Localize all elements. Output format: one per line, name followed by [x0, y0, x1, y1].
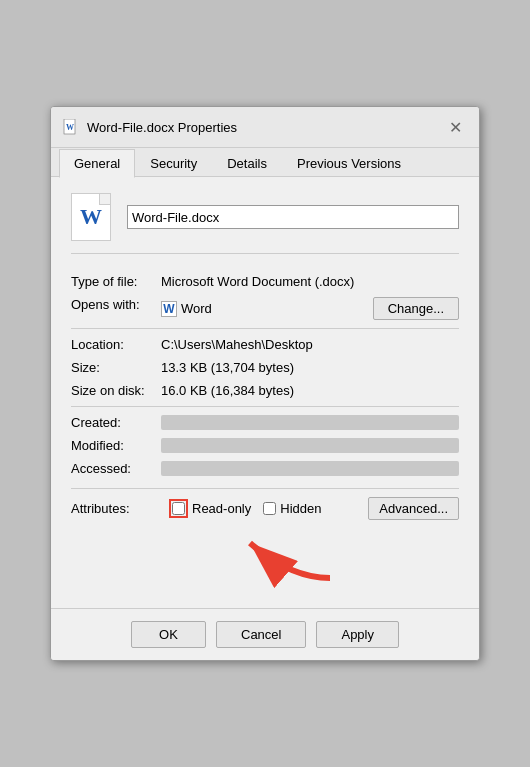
tab-general[interactable]: General	[59, 149, 135, 178]
location-row: Location: C:\Users\Mahesh\Desktop	[71, 328, 459, 356]
size-value: 13.3 KB (13,704 bytes)	[161, 360, 459, 375]
opens-with-row: Opens with: W Word Change...	[71, 293, 459, 324]
type-value: Microsoft Word Document (.docx)	[161, 274, 459, 289]
tab-security[interactable]: Security	[135, 149, 212, 178]
dialog-title: Word-File.docx Properties	[87, 120, 237, 135]
word-small-icon: W	[161, 301, 177, 317]
file-header: W	[71, 193, 459, 254]
tab-content: W Type of file: Microsoft Word Document …	[51, 177, 479, 608]
red-arrow-icon	[230, 528, 350, 588]
readonly-label: Read-only	[192, 501, 251, 516]
modified-value	[161, 438, 459, 453]
filename-input[interactable]	[127, 205, 459, 229]
size-on-disk-row: Size on disk: 16.0 KB (16,384 bytes)	[71, 379, 459, 402]
svg-text:W: W	[66, 123, 74, 132]
info-table: Type of file: Microsoft Word Document (.…	[71, 270, 459, 480]
arrow-annotation	[121, 528, 459, 588]
cancel-button[interactable]: Cancel	[216, 621, 306, 648]
tab-previous-versions[interactable]: Previous Versions	[282, 149, 416, 178]
created-row: Created:	[71, 406, 459, 434]
readonly-checkbox[interactable]	[172, 502, 185, 515]
word-letter: W	[80, 204, 102, 230]
opens-with-app-name: Word	[181, 301, 212, 316]
title-bar: W Word-File.docx Properties ✕	[51, 107, 479, 148]
accessed-label: Accessed:	[71, 461, 161, 476]
location-label: Location:	[71, 337, 161, 352]
modified-label: Modified:	[71, 438, 161, 453]
readonly-highlight	[169, 499, 188, 518]
word-file-icon: W	[71, 193, 111, 241]
opens-with-label: Opens with:	[71, 297, 161, 312]
tab-details[interactable]: Details	[212, 149, 282, 178]
attr-controls: Read-only Hidden Advanced...	[169, 497, 459, 520]
size-row: Size: 13.3 KB (13,704 bytes)	[71, 356, 459, 379]
properties-dialog: W Word-File.docx Properties ✕ General Se…	[50, 106, 480, 661]
modified-row: Modified:	[71, 434, 459, 457]
attributes-label: Attributes:	[71, 501, 161, 516]
title-bar-left: W Word-File.docx Properties	[63, 119, 237, 135]
location-value: C:\Users\Mahesh\Desktop	[161, 337, 459, 352]
size-label: Size:	[71, 360, 161, 375]
accessed-value	[161, 461, 459, 476]
dialog-icon: W	[63, 119, 79, 135]
type-row: Type of file: Microsoft Word Document (.…	[71, 270, 459, 293]
size-on-disk-value: 16.0 KB (16,384 bytes)	[161, 383, 459, 398]
hidden-checkbox-label[interactable]: Hidden	[263, 501, 321, 516]
change-button[interactable]: Change...	[373, 297, 459, 320]
size-on-disk-label: Size on disk:	[71, 383, 161, 398]
opens-with-content: W Word Change...	[161, 297, 459, 320]
hidden-checkbox[interactable]	[263, 502, 276, 515]
opens-with-app: W Word	[161, 301, 212, 317]
hidden-label: Hidden	[280, 501, 321, 516]
created-label: Created:	[71, 415, 161, 430]
apply-button[interactable]: Apply	[316, 621, 399, 648]
readonly-checkbox-label[interactable]: Read-only	[169, 499, 251, 518]
advanced-button[interactable]: Advanced...	[368, 497, 459, 520]
close-button[interactable]: ✕	[443, 115, 467, 139]
attributes-row: Attributes: Read-only Hidden Advanced...	[71, 497, 459, 520]
tab-bar: General Security Details Previous Versio…	[51, 148, 479, 177]
ok-button[interactable]: OK	[131, 621, 206, 648]
type-label: Type of file:	[71, 274, 161, 289]
attributes-section: Attributes: Read-only Hidden Advanced...	[71, 488, 459, 520]
accessed-row: Accessed:	[71, 457, 459, 480]
created-value	[161, 415, 459, 430]
dialog-footer: OK Cancel Apply	[51, 608, 479, 660]
